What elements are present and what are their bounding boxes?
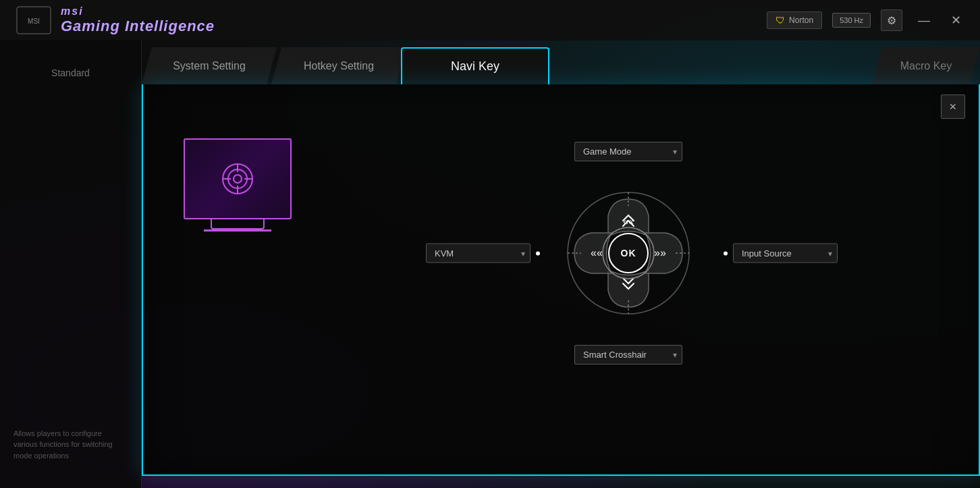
svg-point-4 [234,175,242,183]
svg-text:MSI: MSI [28,18,40,25]
nav-wrapper: Game Mode Aim Stabilizer HDR Night Visio… [561,186,696,321]
smart-crosshair-dropdown-wrapper: Smart Crosshair Off On [574,345,682,364]
game-mode-select[interactable]: Game Mode Aim Stabilizer HDR Night Visio… [574,142,682,161]
monitor-stand [211,219,265,229]
tab-navi-label: Navi Key [451,59,499,74]
minimize-icon: — [918,13,930,27]
kvm-dropdown-wrapper: KVM None Custom [426,244,530,263]
svg-text:««: «« [591,247,603,259]
svg-point-3 [228,169,247,188]
tab-bar: System Setting Hotkey Setting Navi Key M… [142,40,980,84]
monitor-base [204,229,271,232]
tab-system-setting[interactable]: System Setting [142,47,277,84]
navi-key-panel: ✕ [142,84,980,476]
fps-badge: 530 Hz [832,13,871,28]
logo-text: msi Gaming Intelligence [61,5,215,35]
msi-label: msi [61,5,215,18]
right-dropdown-area: Input Source HDMI 1 HDMI 2 DisplayPort [724,244,838,263]
input-source-dropdown-wrapper: Input Source HDMI 1 HDMI 2 DisplayPort [733,244,838,263]
sidebar-description: Allows players to configure various func… [0,428,141,462]
panel-close-button[interactable]: ✕ [941,94,965,119]
topbar: MSI msi Gaming Intelligence 🛡 Norton 530… [0,0,980,40]
settings-button[interactable]: ⚙ [881,9,902,31]
close-icon: ✕ [951,13,961,27]
input-source-select[interactable]: Input Source HDMI 1 HDMI 2 DisplayPort [733,244,838,263]
bottom-dropdown-area: Smart Crosshair Off On [574,345,682,364]
tab-navi-key[interactable]: Navi Key [401,47,549,84]
norton-button[interactable]: 🛡 Norton [767,11,822,29]
tab-system-label: System Setting [173,60,246,72]
minimize-button[interactable]: — [913,11,935,30]
left-connector-dot [536,251,540,255]
monitor-crosshair-icon [217,159,258,199]
left-dropdown-area: KVM None Custom [426,244,540,263]
monitor-illustration [184,138,292,232]
main-content: System Setting Hotkey Setting Navi Key M… [142,40,980,488]
ok-button[interactable]: OK [608,233,649,273]
logo-area: MSI msi Gaming Intelligence [13,3,215,37]
msi-logo-icon: MSI [13,3,54,37]
window-close-button[interactable]: ✕ [946,10,967,30]
kvm-select[interactable]: KVM None Custom [426,244,530,263]
game-mode-dropdown-wrapper: Game Mode Aim Stabilizer HDR Night Visio… [574,142,682,161]
panel-close-icon: ✕ [949,101,957,112]
tab-hotkey-label: Hotkey Setting [304,60,374,72]
svg-text:»»: »» [654,247,666,259]
tab-hotkey-setting[interactable]: Hotkey Setting [271,47,406,84]
smart-crosshair-select[interactable]: Smart Crosshair Off On [574,345,682,364]
gi-label: Gaming Intelligence [61,18,215,35]
sidebar-standard-label: Standard [51,67,90,78]
right-connector-dot [724,251,728,255]
gear-icon: ⚙ [887,14,896,27]
tab-macro-label: Macro Key [900,60,952,72]
norton-icon: 🛡 [775,15,785,26]
monitor-frame [184,138,292,219]
ok-label: OK [621,248,636,259]
topbar-right: 🛡 Norton 530 Hz ⚙ — ✕ [767,9,967,31]
top-dropdown-area: Game Mode Aim Stabilizer HDR Night Visio… [574,142,682,161]
sidebar: Standard Allows players to configure var… [0,40,142,488]
tab-macro-key[interactable]: Macro Key [872,47,980,84]
norton-label: Norton [789,16,813,25]
nav-controls-container: Game Mode Aim Stabilizer HDR Night Visio… [312,186,945,321]
